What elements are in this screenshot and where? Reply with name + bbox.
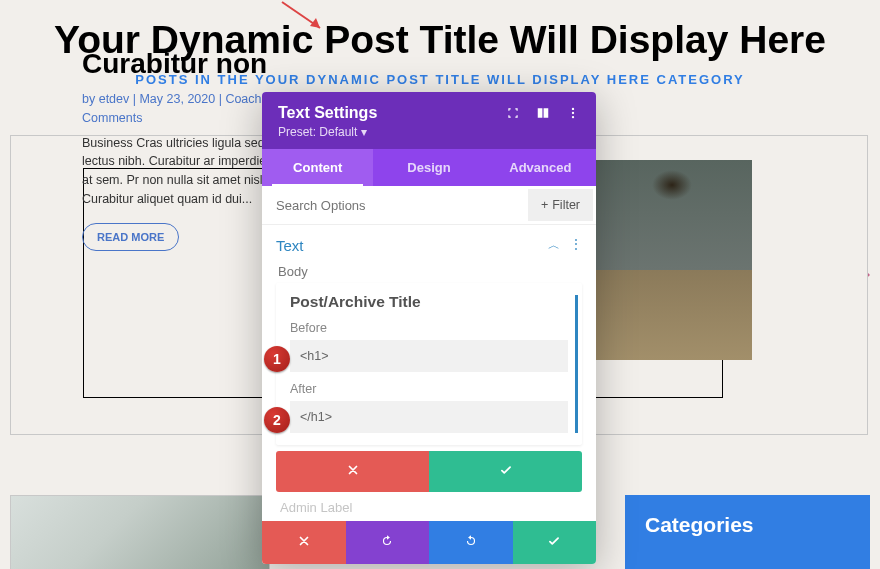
svg-point-2 bbox=[572, 108, 574, 110]
dynamic-actions bbox=[276, 451, 582, 492]
before-input[interactable] bbox=[290, 340, 568, 372]
redo-icon bbox=[464, 534, 478, 548]
preset-label[interactable]: Preset: Default ▾ bbox=[278, 125, 580, 139]
post-title[interactable]: Curabitur non bbox=[82, 48, 342, 80]
panel-title: Text Settings bbox=[278, 104, 377, 122]
section-text-title[interactable]: Text bbox=[276, 237, 304, 254]
columns-icon[interactable] bbox=[536, 106, 550, 120]
undo-icon bbox=[380, 534, 394, 548]
dynamic-confirm-button[interactable] bbox=[429, 451, 582, 492]
text-settings-panel: Text Settings Preset: Default ▾ Content … bbox=[262, 92, 596, 564]
after-label: After bbox=[290, 382, 568, 396]
svg-point-3 bbox=[572, 112, 574, 114]
close-icon bbox=[297, 534, 311, 548]
panel-footer bbox=[262, 521, 596, 564]
post-image bbox=[592, 160, 752, 360]
discard-button[interactable] bbox=[262, 521, 346, 564]
body-label: Body bbox=[262, 258, 596, 283]
expand-icon[interactable] bbox=[506, 106, 520, 120]
categories-widget: Categories bbox=[625, 495, 870, 569]
check-icon bbox=[499, 463, 513, 477]
tab-content[interactable]: Content bbox=[262, 149, 373, 186]
search-input[interactable] bbox=[262, 187, 525, 224]
check-icon bbox=[547, 534, 561, 548]
close-icon bbox=[346, 463, 360, 477]
undo-button[interactable] bbox=[346, 521, 430, 564]
dynamic-content-block: Post/Archive Title Before 1 After 2 bbox=[276, 283, 582, 445]
more-icon[interactable] bbox=[566, 106, 580, 120]
tab-advanced[interactable]: Advanced bbox=[485, 149, 596, 186]
filter-button[interactable]: + Filter bbox=[528, 189, 593, 221]
dynamic-title: Post/Archive Title bbox=[290, 293, 568, 311]
categories-title: Categories bbox=[645, 513, 850, 537]
redo-button[interactable] bbox=[429, 521, 513, 564]
active-indicator bbox=[575, 295, 578, 433]
section-more-icon[interactable]: ⋮ bbox=[570, 237, 582, 254]
before-label: Before bbox=[290, 321, 568, 335]
chevron-up-icon[interactable]: ︿ bbox=[548, 237, 560, 254]
tabs: Content Design Advanced bbox=[262, 149, 596, 186]
chevron-down-icon: ▾ bbox=[361, 125, 367, 139]
save-button[interactable] bbox=[513, 521, 597, 564]
dynamic-cancel-button[interactable] bbox=[276, 451, 429, 492]
annotation-badge-2: 2 bbox=[264, 407, 290, 433]
plus-icon: + bbox=[541, 198, 548, 212]
read-more-button[interactable]: READ MORE bbox=[82, 223, 179, 251]
secondary-post-thumb[interactable] bbox=[10, 495, 270, 569]
panel-header[interactable]: Text Settings Preset: Default ▾ bbox=[262, 92, 596, 149]
svg-point-4 bbox=[572, 116, 574, 118]
tab-design[interactable]: Design bbox=[373, 149, 484, 186]
after-input[interactable] bbox=[290, 401, 568, 433]
annotation-badge-1: 1 bbox=[264, 346, 290, 372]
admin-label-section[interactable]: Admin Label bbox=[262, 500, 596, 519]
